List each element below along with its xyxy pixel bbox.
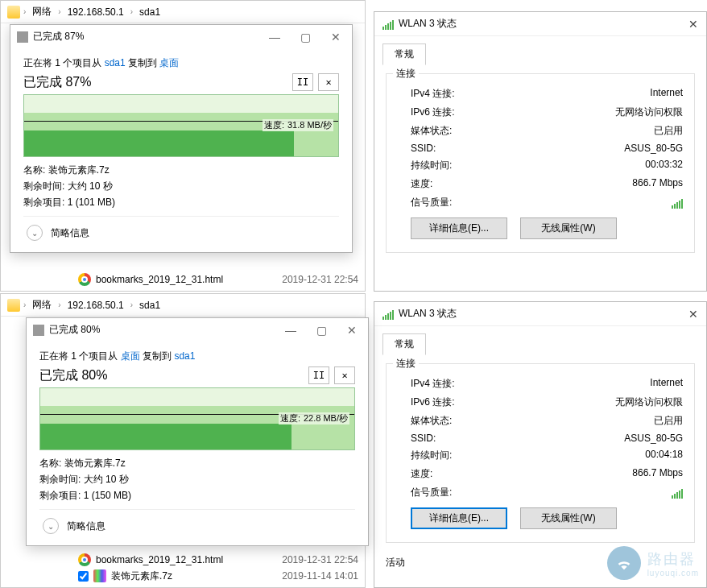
maximize-button[interactable]: ▢ [296, 31, 315, 43]
file-name: bookmarks_2019_12_31.html [96, 274, 223, 285]
copy-dialog-download: 已完成 87% — ▢ ✕ 正在将 1 个项目从 sda1 复制到 桌面 已完成… [10, 24, 353, 253]
file-row-bookmarks[interactable]: bookmarks_2019_12_31.html 2019-12-31 22:… [78, 271, 365, 288]
copy-summary-line: 正在将 1 个项目从 sda1 复制到 桌面 [23, 56, 339, 70]
speed-label: 速度: [264, 119, 284, 131]
signal-bars-icon [672, 197, 683, 209]
kv-signal-quality: 信号质量: [396, 486, 684, 499]
kv-duration: 持续时间:00:03:32 [396, 159, 684, 172]
copy-source-link[interactable]: 桌面 [121, 350, 140, 362]
chevron-down-icon: ⌄ [27, 225, 43, 241]
copy-dest-link[interactable]: 桌面 [159, 57, 179, 68]
chevron-right-icon: › [23, 300, 26, 309]
breadcrumb-seg-host[interactable]: 192.168.50.1 [64, 298, 127, 313]
breadcrumb-seg-host[interactable]: 192.168.50.1 [64, 5, 127, 19]
chevron-right-icon: › [130, 7, 133, 16]
kv-ipv6: IPv6 连接:无网络访问权限 [396, 395, 684, 409]
file-checkbox[interactable] [78, 571, 89, 582]
transfer-graph: 速度: 31.8 MB/秒 [23, 94, 339, 157]
cancel-button[interactable]: ✕ [334, 366, 355, 384]
dialog-title: 已完成 87% [33, 30, 84, 43]
chrome-icon [78, 553, 91, 566]
copy-icon [33, 325, 44, 336]
connection-section: 连接 IPv4 连接:Internet IPv6 连接:无网络访问权限 媒体状态… [386, 363, 695, 543]
brief-info-toggle[interactable]: ⌄ 简略信息 [39, 509, 355, 537]
pause-button[interactable]: II [292, 73, 313, 91]
detail-remaining-items: 剩余项目: 1 (150 MB) [39, 489, 355, 503]
cancel-button[interactable]: ✕ [318, 73, 339, 91]
close-button[interactable]: ✕ [342, 324, 362, 337]
drive-icon [7, 6, 20, 19]
breadcrumb: › 网络 › 192.168.50.1 › sda1 [1, 1, 365, 23]
speed-label: 速度: [280, 412, 300, 424]
chevron-right-icon: › [130, 300, 133, 309]
file-date: 2019-12-31 22:54 [282, 554, 365, 565]
details-button[interactable]: 详细信息(E)... [411, 217, 507, 239]
maximize-button[interactable]: ▢ [312, 324, 331, 337]
kv-media: 媒体状态:已启用 [396, 124, 684, 138]
section-label-connection: 连接 [393, 67, 419, 81]
watermark: 路由器 luyouqi.com [607, 546, 699, 580]
chevron-right-icon: › [23, 7, 26, 16]
speed-value: 31.8 MB/秒 [287, 119, 332, 131]
brief-info-toggle[interactable]: ⌄ 简略信息 [23, 216, 339, 244]
copy-source-link[interactable]: sda1 [105, 57, 126, 68]
transfer-graph: 速度: 22.8 MB/秒 [39, 387, 355, 450]
copy-icon [17, 31, 28, 43]
window-title: WLAN 3 状态 [399, 17, 457, 31]
window-title: WLAN 3 状态 [399, 307, 457, 321]
router-icon [607, 546, 641, 580]
wireless-properties-button[interactable]: 无线属性(W) [520, 507, 617, 529]
kv-speed: 速度:866.7 Mbps [396, 467, 684, 481]
detail-remaining-time: 剩余时间: 大约 10 秒 [23, 180, 339, 193]
detail-remaining-items: 剩余项目: 1 (101 MB) [23, 196, 339, 209]
detail-name: 名称: 装饰元素库.7z [23, 164, 339, 177]
breadcrumb-seg-network[interactable]: 网络 [29, 3, 55, 20]
wlan-status-window-top: WLAN 3 状态 ✕ 常规 连接 IPv4 连接:Internet IPv6 … [374, 11, 707, 292]
copy-dialog-upload: 已完成 80% — ▢ ✕ 正在将 1 个项目从 桌面 复制到 sda1 已完成… [26, 317, 369, 546]
watermark-text: 路由器 [647, 549, 699, 569]
details-button[interactable]: 详细信息(E)... [411, 507, 507, 529]
signal-icon [382, 308, 394, 320]
breadcrumb: › 网络 › 192.168.50.1 › sda1 [1, 294, 365, 317]
close-button[interactable]: ✕ [688, 308, 698, 321]
tab-general[interactable]: 常规 [382, 333, 426, 355]
kv-ipv4: IPv4 连接:Internet [396, 377, 684, 391]
kv-ssid: SSID:ASUS_80-5G [396, 143, 684, 154]
chevron-right-icon: › [58, 300, 60, 309]
wireless-properties-button[interactable]: 无线属性(W) [520, 217, 617, 239]
signal-icon [382, 19, 394, 30]
copy-dest-link[interactable]: sda1 [174, 350, 195, 362]
dialog-title: 已完成 80% [49, 323, 100, 337]
file-date: 2019-11-14 14:01 [282, 570, 365, 582]
file-date: 2019-12-31 22:54 [282, 274, 365, 285]
breadcrumb-seg-folder[interactable]: sda1 [136, 298, 163, 313]
drive-icon [7, 299, 20, 312]
section-label-connection: 连接 [393, 357, 419, 371]
minimize-button[interactable]: — [265, 31, 284, 43]
kv-media: 媒体状态:已启用 [396, 414, 684, 428]
file-row-archive[interactable]: 装饰元素库.7z 2019-11-14 14:01 [78, 568, 365, 584]
file-row-bookmarks[interactable]: bookmarks_2019_12_31.html 2019-12-31 22:… [78, 552, 365, 568]
speed-value: 22.8 MB/秒 [304, 412, 348, 424]
signal-bars-icon [672, 487, 683, 499]
brief-info-label: 简略信息 [51, 226, 89, 240]
tab-general[interactable]: 常规 [382, 43, 426, 65]
brief-info-label: 简略信息 [67, 520, 105, 533]
wlan-status-window-bottom: WLAN 3 状态 ✕ 常规 连接 IPv4 连接:Internet IPv6 … [374, 301, 707, 588]
close-button[interactable]: ✕ [326, 31, 345, 43]
breadcrumb-seg-network[interactable]: 网络 [29, 296, 55, 313]
tabstrip: 常规 [374, 36, 706, 65]
kv-duration: 持续时间:00:04:18 [396, 449, 684, 462]
watermark-domain: luyouqi.com [647, 569, 699, 578]
detail-name: 名称: 装饰元素库.7z [39, 457, 355, 470]
minimize-button[interactable]: — [281, 324, 300, 337]
breadcrumb-seg-folder[interactable]: sda1 [136, 5, 163, 19]
close-button[interactable]: ✕ [688, 18, 698, 31]
pause-button[interactable]: II [308, 366, 329, 384]
chrome-icon [78, 273, 91, 286]
detail-remaining-time: 剩余时间: 大约 10 秒 [39, 473, 355, 487]
tabstrip: 常规 [374, 326, 706, 355]
kv-signal-quality: 信号质量: [396, 196, 684, 209]
kv-ipv4: IPv4 连接:Internet [396, 87, 684, 101]
kv-ssid: SSID:ASUS_80-5G [396, 433, 684, 444]
